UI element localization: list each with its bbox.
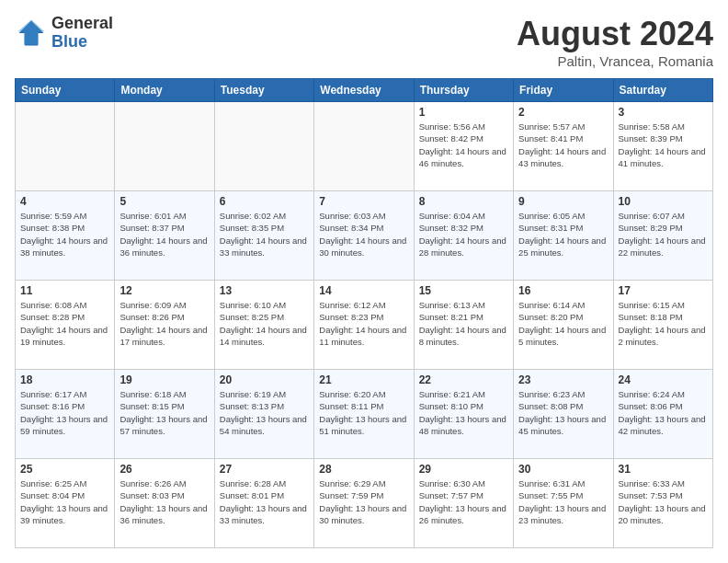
day-info: Sunrise: 5:56 AM Sunset: 8:42 PM Dayligh… — [419, 121, 508, 169]
day-info: Sunrise: 6:30 AM Sunset: 7:57 PM Dayligh… — [419, 477, 508, 526]
day-info: Sunrise: 6:05 AM Sunset: 8:31 PM Dayligh… — [518, 210, 608, 259]
calendar-cell: 31Sunrise: 6:33 AM Sunset: 7:53 PM Dayli… — [613, 459, 712, 548]
day-number: 4 — [20, 195, 109, 208]
day-info: Sunrise: 5:59 AM Sunset: 8:38 PM Dayligh… — [20, 210, 109, 259]
day-info: Sunrise: 6:25 AM Sunset: 8:04 PM Dayligh… — [20, 477, 109, 526]
day-info: Sunrise: 6:02 AM Sunset: 8:35 PM Dayligh… — [220, 210, 309, 259]
calendar-cell: 2Sunrise: 5:57 AM Sunset: 8:41 PM Daylig… — [514, 102, 613, 191]
main-title: August 2024 — [517, 15, 713, 53]
calendar-cell: 7Sunrise: 6:03 AM Sunset: 8:34 PM Daylig… — [314, 191, 414, 281]
calendar-cell: 8Sunrise: 6:04 AM Sunset: 8:32 PM Daylig… — [414, 191, 513, 281]
weekday-header-monday: Monday — [115, 79, 214, 102]
day-info: Sunrise: 6:14 AM Sunset: 8:20 PM Dayligh… — [518, 299, 608, 348]
calendar-cell: 27Sunrise: 6:28 AM Sunset: 8:01 PM Dayli… — [214, 459, 313, 548]
logo-blue-text: Blue — [51, 33, 113, 52]
day-number: 6 — [220, 195, 309, 208]
day-number: 22 — [419, 373, 508, 386]
day-info: Sunrise: 6:23 AM Sunset: 8:08 PM Dayligh… — [518, 388, 608, 437]
day-number: 25 — [20, 463, 109, 476]
calendar-cell: 29Sunrise: 6:30 AM Sunset: 7:57 PM Dayli… — [414, 459, 513, 548]
calendar-week-row: 11Sunrise: 6:08 AM Sunset: 8:28 PM Dayli… — [16, 281, 713, 370]
day-number: 26 — [119, 463, 209, 476]
weekday-header-row: SundayMondayTuesdayWednesdayThursdayFrid… — [16, 79, 713, 102]
day-number: 15 — [419, 284, 508, 297]
title-block: August 2024 Paltin, Vrancea, Romania — [517, 15, 713, 69]
day-number: 3 — [619, 106, 708, 119]
calendar-cell: 19Sunrise: 6:18 AM Sunset: 8:15 PM Dayli… — [115, 370, 214, 459]
page: General Blue August 2024 Paltin, Vrancea… — [0, 0, 728, 563]
calendar-cell: 17Sunrise: 6:15 AM Sunset: 8:18 PM Dayli… — [613, 281, 712, 370]
day-info: Sunrise: 6:12 AM Sunset: 8:23 PM Dayligh… — [319, 299, 408, 348]
day-number: 19 — [119, 373, 209, 386]
calendar-cell: 11Sunrise: 6:08 AM Sunset: 8:28 PM Dayli… — [16, 281, 115, 370]
day-info: Sunrise: 6:24 AM Sunset: 8:06 PM Dayligh… — [619, 388, 708, 437]
calendar-cell: 12Sunrise: 6:09 AM Sunset: 8:26 PM Dayli… — [115, 281, 214, 370]
day-number: 10 — [619, 195, 708, 208]
day-info: Sunrise: 6:20 AM Sunset: 8:11 PM Dayligh… — [319, 388, 408, 437]
calendar-cell: 5Sunrise: 6:01 AM Sunset: 8:37 PM Daylig… — [115, 191, 214, 281]
calendar-cell: 30Sunrise: 6:31 AM Sunset: 7:55 PM Dayli… — [514, 459, 613, 548]
calendar-cell: 28Sunrise: 6:29 AM Sunset: 7:59 PM Dayli… — [314, 459, 414, 548]
day-number: 23 — [518, 373, 608, 386]
day-info: Sunrise: 6:08 AM Sunset: 8:28 PM Dayligh… — [20, 299, 109, 348]
day-number: 24 — [619, 373, 708, 386]
logo-general-text: General — [51, 15, 113, 33]
day-number: 9 — [518, 195, 608, 208]
day-number: 7 — [319, 195, 408, 208]
day-info: Sunrise: 6:31 AM Sunset: 7:55 PM Dayligh… — [518, 477, 608, 526]
day-info: Sunrise: 6:01 AM Sunset: 8:37 PM Dayligh… — [119, 210, 209, 259]
day-number: 13 — [220, 284, 309, 297]
calendar-cell — [314, 102, 414, 191]
day-info: Sunrise: 6:09 AM Sunset: 8:26 PM Dayligh… — [119, 299, 209, 348]
calendar-cell: 4Sunrise: 5:59 AM Sunset: 8:38 PM Daylig… — [16, 191, 115, 281]
day-number: 12 — [119, 284, 209, 297]
calendar-cell: 25Sunrise: 6:25 AM Sunset: 8:04 PM Dayli… — [16, 459, 115, 548]
calendar-week-row: 25Sunrise: 6:25 AM Sunset: 8:04 PM Dayli… — [16, 459, 713, 548]
weekday-header-thursday: Thursday — [414, 79, 513, 102]
logo-text: General Blue — [51, 15, 113, 52]
subtitle: Paltin, Vrancea, Romania — [517, 53, 713, 69]
calendar-cell: 6Sunrise: 6:02 AM Sunset: 8:35 PM Daylig… — [214, 191, 313, 281]
calendar-week-row: 1Sunrise: 5:56 AM Sunset: 8:42 PM Daylig… — [16, 102, 713, 191]
day-number: 5 — [119, 195, 209, 208]
day-number: 30 — [518, 463, 608, 476]
calendar-cell: 20Sunrise: 6:19 AM Sunset: 8:13 PM Dayli… — [214, 370, 313, 459]
calendar-week-row: 4Sunrise: 5:59 AM Sunset: 8:38 PM Daylig… — [16, 191, 713, 281]
day-number: 1 — [419, 106, 508, 119]
day-number: 2 — [518, 106, 608, 119]
calendar-cell: 23Sunrise: 6:23 AM Sunset: 8:08 PM Dayli… — [514, 370, 613, 459]
weekday-header-saturday: Saturday — [613, 79, 712, 102]
calendar-table: SundayMondayTuesdayWednesdayThursdayFrid… — [15, 78, 713, 548]
day-number: 31 — [619, 463, 708, 476]
calendar-cell: 15Sunrise: 6:13 AM Sunset: 8:21 PM Dayli… — [414, 281, 513, 370]
calendar-cell: 21Sunrise: 6:20 AM Sunset: 8:11 PM Dayli… — [314, 370, 414, 459]
day-info: Sunrise: 6:29 AM Sunset: 7:59 PM Dayligh… — [319, 477, 408, 526]
day-number: 28 — [319, 463, 408, 476]
day-number: 11 — [20, 284, 109, 297]
day-number: 18 — [20, 373, 109, 386]
logo-icon — [15, 17, 48, 50]
day-number: 21 — [319, 373, 408, 386]
header: General Blue August 2024 Paltin, Vrancea… — [15, 15, 713, 69]
day-number: 27 — [220, 463, 309, 476]
calendar-cell: 22Sunrise: 6:21 AM Sunset: 8:10 PM Dayli… — [414, 370, 513, 459]
day-info: Sunrise: 6:33 AM Sunset: 7:53 PM Dayligh… — [619, 477, 708, 526]
day-info: Sunrise: 6:18 AM Sunset: 8:15 PM Dayligh… — [119, 388, 209, 437]
calendar-cell: 26Sunrise: 6:26 AM Sunset: 8:03 PM Dayli… — [115, 459, 214, 548]
weekday-header-wednesday: Wednesday — [314, 79, 414, 102]
day-info: Sunrise: 6:13 AM Sunset: 8:21 PM Dayligh… — [419, 299, 508, 348]
weekday-header-friday: Friday — [514, 79, 613, 102]
day-info: Sunrise: 6:21 AM Sunset: 8:10 PM Dayligh… — [419, 388, 508, 437]
day-number: 8 — [419, 195, 508, 208]
calendar-cell: 1Sunrise: 5:56 AM Sunset: 8:42 PM Daylig… — [414, 102, 513, 191]
day-number: 29 — [419, 463, 508, 476]
day-number: 16 — [518, 284, 608, 297]
calendar-cell — [214, 102, 313, 191]
calendar-cell: 9Sunrise: 6:05 AM Sunset: 8:31 PM Daylig… — [514, 191, 613, 281]
day-number: 20 — [220, 373, 309, 386]
calendar-cell: 14Sunrise: 6:12 AM Sunset: 8:23 PM Dayli… — [314, 281, 414, 370]
calendar-cell: 10Sunrise: 6:07 AM Sunset: 8:29 PM Dayli… — [613, 191, 712, 281]
calendar-cell — [115, 102, 214, 191]
day-info: Sunrise: 6:03 AM Sunset: 8:34 PM Dayligh… — [319, 210, 408, 259]
day-info: Sunrise: 6:07 AM Sunset: 8:29 PM Dayligh… — [619, 210, 708, 259]
